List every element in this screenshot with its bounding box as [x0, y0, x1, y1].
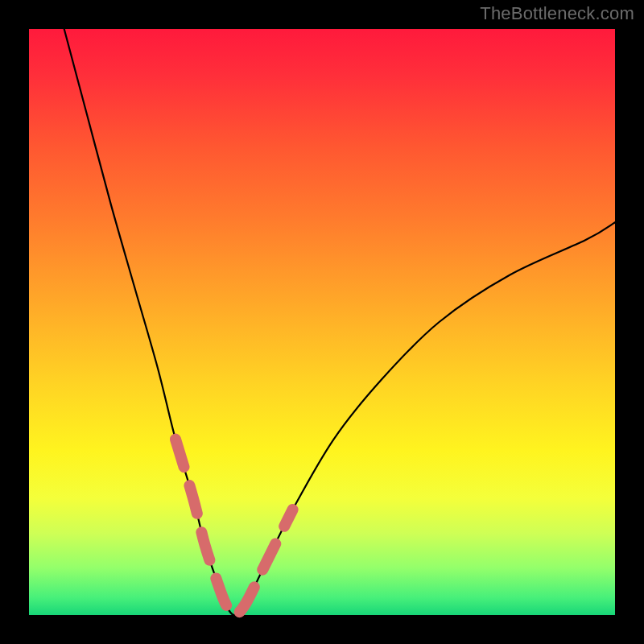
- plot-area: [29, 29, 615, 615]
- bottleneck-curve: [29, 29, 615, 615]
- chart-frame: TheBottleneck.com: [0, 0, 644, 644]
- curve-overlay-dashed: [175, 440, 293, 615]
- watermark-text: TheBottleneck.com: [480, 3, 634, 24]
- curve-line: [64, 29, 615, 615]
